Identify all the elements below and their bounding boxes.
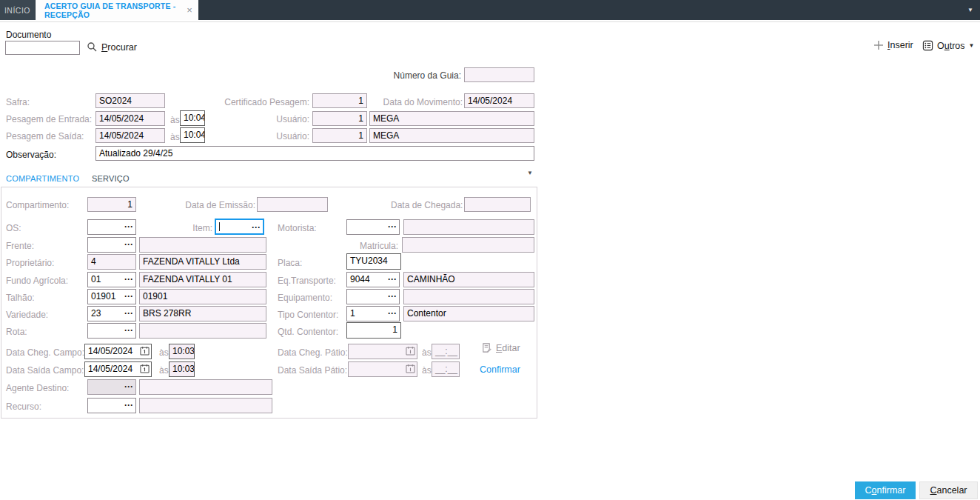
agente-destino-label: Agente Destino: bbox=[6, 383, 69, 393]
chevron-down-icon: ▼ bbox=[969, 42, 975, 49]
rota-code-field[interactable]: ··· bbox=[87, 323, 136, 339]
talhao-name-field: 01901 bbox=[139, 289, 266, 304]
data-saida-patio-label: Data Saída Pátio: bbox=[278, 365, 347, 376]
observacao-input[interactable]: Atualizado 29/4/25 bbox=[95, 146, 534, 161]
motorista-code-field[interactable]: ··· bbox=[346, 219, 400, 235]
eq-transporte-lookup-button[interactable]: ··· bbox=[388, 273, 397, 286]
inserir-button[interactable]: Inserir bbox=[873, 40, 913, 50]
item-field[interactable]: ··· bbox=[215, 219, 264, 235]
confirmar-button[interactable]: Confirmar bbox=[855, 481, 916, 499]
calendar-icon[interactable] bbox=[140, 346, 150, 356]
data-saida-campo-time-field[interactable]: 10:03 bbox=[169, 361, 195, 377]
frente-lookup-button[interactable]: ··· bbox=[124, 238, 133, 251]
fundo-agricola-name-field: FAZENDA VITALLY 01 bbox=[139, 272, 266, 287]
procurar-button[interactable]: Procurar bbox=[87, 41, 137, 53]
data-cheg-campo-label: Data Cheg. Campo: bbox=[6, 347, 84, 358]
usuario-entrada-code-field: 1 bbox=[312, 111, 367, 126]
agente-destino-lookup-button: ··· bbox=[124, 380, 133, 393]
numero-guia-field bbox=[464, 67, 534, 82]
data-saida-patio-time-field: __:__ bbox=[432, 361, 460, 377]
tab-overflow-arrow-icon[interactable]: ▼ bbox=[967, 7, 973, 13]
section-dropdown-arrow-icon[interactable]: ▼ bbox=[527, 170, 533, 176]
eq-transporte-code-field[interactable]: 9044··· bbox=[346, 272, 400, 287]
fundo-agricola-lookup-button[interactable]: ··· bbox=[124, 273, 133, 286]
pesagem-saida-label: Pesagem de Saída: bbox=[6, 131, 84, 141]
tab-inicio[interactable]: INÍCIO bbox=[0, 0, 35, 20]
recurso-lookup-button[interactable]: ··· bbox=[124, 399, 133, 412]
variedade-code-field[interactable]: 23··· bbox=[87, 306, 136, 321]
data-chegada-field bbox=[464, 197, 531, 212]
data-saida-campo-field[interactable]: 14/05/2024 bbox=[84, 361, 152, 377]
cancelar-button[interactable]: Cancelar bbox=[919, 481, 978, 499]
equipamento-code-field[interactable]: ··· bbox=[346, 289, 400, 304]
outros-button[interactable]: Outros ▼ bbox=[922, 40, 974, 51]
inserir-label: Inserir bbox=[887, 40, 913, 50]
item-label: Item: bbox=[178, 223, 212, 233]
data-emissao-field bbox=[257, 197, 328, 212]
agente-destino-name-field bbox=[139, 379, 272, 395]
dsp-as-label: às bbox=[422, 365, 432, 376]
editar-button[interactable]: Editar bbox=[481, 342, 520, 353]
tipo-contentor-lookup-button[interactable]: ··· bbox=[388, 307, 397, 320]
os-lookup-button[interactable]: ··· bbox=[124, 220, 133, 233]
recurso-code-field[interactable]: ··· bbox=[87, 398, 136, 413]
recurso-name-field bbox=[139, 398, 272, 413]
equipamento-lookup-button[interactable]: ··· bbox=[388, 290, 397, 303]
data-emissao-label: Data de Emissão: bbox=[184, 200, 255, 210]
item-lookup-button[interactable]: ··· bbox=[252, 221, 261, 234]
tab-servico[interactable]: SERVIÇO bbox=[92, 174, 130, 187]
motorista-label: Motorista: bbox=[278, 223, 317, 233]
talhao-lookup-button[interactable]: ··· bbox=[124, 290, 133, 303]
matricula-field bbox=[402, 237, 534, 253]
documento-input[interactable] bbox=[5, 41, 80, 55]
tipo-contentor-code-field[interactable]: 1··· bbox=[346, 306, 400, 321]
documento-label: Documento bbox=[6, 30, 51, 40]
matricula-label: Matricula: bbox=[346, 241, 398, 251]
placa-label: Placa: bbox=[278, 258, 302, 268]
eq-transporte-label: Eq.Transporte: bbox=[278, 276, 336, 286]
dcc-as-label: às bbox=[159, 347, 169, 358]
usuario-saida-name-field: MEGA bbox=[369, 128, 534, 143]
outros-label: Outros bbox=[937, 41, 965, 51]
variedade-name-field: BRS 278RR bbox=[139, 306, 266, 321]
confirmar-link[interactable]: Confirmar bbox=[480, 364, 520, 375]
os-label: OS: bbox=[6, 223, 21, 233]
dsc-as-label: às bbox=[159, 365, 169, 376]
qtd-contentor-field[interactable]: 1 bbox=[346, 322, 401, 339]
text-caret bbox=[219, 222, 220, 231]
talhao-code-field[interactable]: 01901··· bbox=[87, 289, 136, 304]
toolbar-separator bbox=[0, 21, 980, 22]
proprietario-code-field: 4 bbox=[87, 254, 136, 270]
frente-code-field[interactable]: ··· bbox=[87, 237, 136, 253]
rota-lookup-button[interactable]: ··· bbox=[124, 324, 133, 337]
motorista-lookup-button[interactable]: ··· bbox=[388, 220, 397, 233]
qtd-contentor-label: Qtd. Contentor: bbox=[278, 327, 338, 337]
os-field[interactable]: ··· bbox=[87, 219, 136, 235]
pesagem-entrada-time-field[interactable]: 10:04 bbox=[180, 110, 205, 126]
proprietario-name-field: FAZENDA VITALLY Ltda bbox=[139, 254, 266, 270]
pesagem-saida-date-field: 14/05/2024 bbox=[95, 128, 165, 143]
data-saida-patio-field bbox=[348, 361, 417, 377]
tab-acerto-guia[interactable]: ACERTO GUIA DE TRANSPORTE - RECEPÇÃO × bbox=[36, 0, 198, 20]
variedade-lookup-button[interactable]: ··· bbox=[124, 307, 133, 320]
pesagem-saida-time-field[interactable]: 10:04 bbox=[180, 127, 205, 143]
fundo-agricola-code-field[interactable]: 01··· bbox=[87, 272, 136, 287]
data-cheg-campo-time-field[interactable]: 10:03 bbox=[169, 344, 195, 359]
usuario-entrada-label: Usuário: bbox=[244, 114, 309, 124]
pesagem-saida-as-label: às bbox=[170, 132, 180, 142]
usuario-saida-code-field: 1 bbox=[312, 128, 367, 143]
pesagem-entrada-date-field: 14/05/2024 bbox=[95, 111, 165, 126]
data-cheg-patio-time-field: __:__ bbox=[432, 344, 460, 359]
confirmar-button-label: Confirmar bbox=[865, 485, 906, 496]
eq-transporte-name-field: CAMINHÃO bbox=[403, 272, 534, 287]
dcp-as-label: às bbox=[422, 347, 432, 358]
motorista-name-field bbox=[403, 219, 534, 235]
cancelar-button-label: Cancelar bbox=[930, 485, 967, 496]
placa-field[interactable]: TYU2034 bbox=[346, 253, 401, 270]
close-icon[interactable]: × bbox=[187, 4, 192, 16]
data-movimento-label: Data do Movimento: bbox=[374, 97, 463, 107]
calendar-icon[interactable] bbox=[140, 364, 150, 373]
data-cheg-patio-field bbox=[348, 344, 417, 359]
data-cheg-campo-field[interactable]: 14/05/2024 bbox=[84, 344, 152, 359]
recurso-label: Recurso: bbox=[6, 401, 41, 412]
